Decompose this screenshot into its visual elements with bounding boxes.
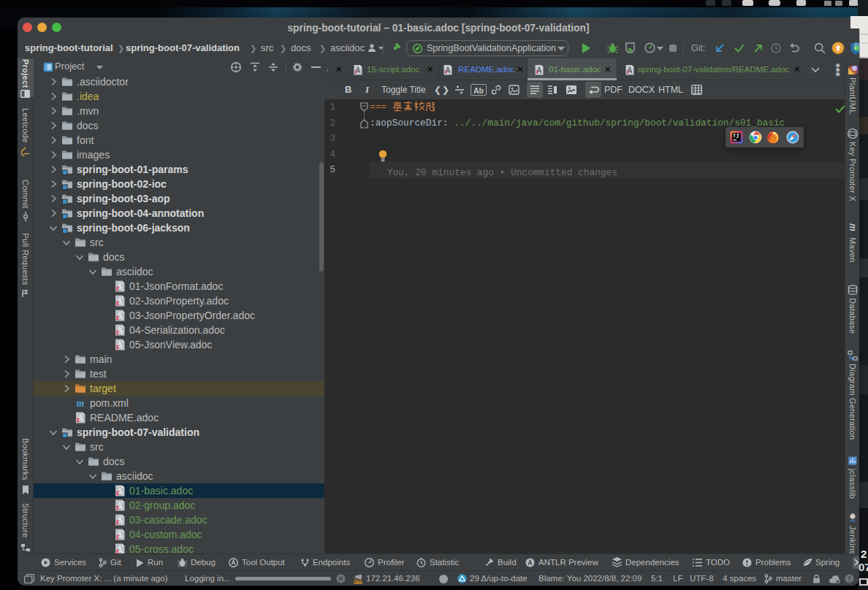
- svg-text:SFTP: SFTP: [353, 579, 363, 583]
- svg-text:m: m: [77, 398, 85, 409]
